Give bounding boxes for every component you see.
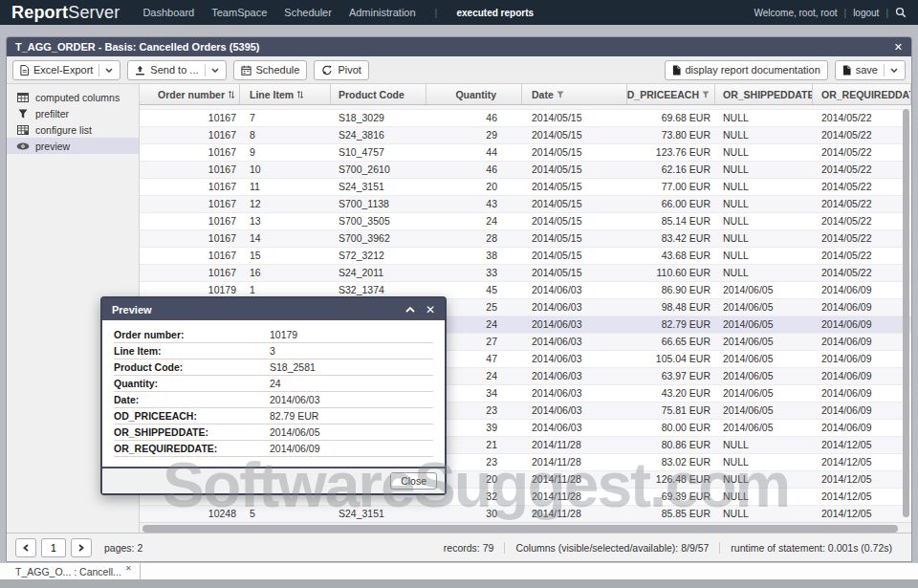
- table-row[interactable]: 10167 12 S700_1138 43 2014/05/15 66.00 E…: [140, 196, 911, 213]
- preview-field-row: OD_PRICEEACH: 82.79 EUR: [114, 408, 433, 425]
- nav-item-dashboard[interactable]: Dashboard: [142, 7, 194, 18]
- preview-icon: [16, 142, 30, 150]
- cell-or-shippeddate: 2014/06/05: [715, 385, 813, 402]
- next-page-button[interactable]: [71, 538, 92, 557]
- close-button[interactable]: Close: [390, 472, 437, 490]
- horizontal-scrollbar-thumb[interactable]: [142, 525, 898, 533]
- cell-product-code: S72_3212: [331, 248, 426, 264]
- sidebar-item-label: computed columns: [35, 92, 120, 103]
- nav-item-teamspace[interactable]: TeamSpace: [211, 7, 267, 18]
- search-icon[interactable]: [895, 7, 907, 18]
- column-header-or-shippeddate[interactable]: OR_SHIPPEDDATE: [715, 84, 813, 104]
- sort-icon[interactable]: [296, 90, 304, 99]
- preview-dialog-header[interactable]: Preview ✕: [102, 298, 445, 320]
- display-doc-label: display report documentation: [686, 64, 820, 76]
- filter-icon[interactable]: [557, 91, 564, 98]
- column-header-product-code[interactable]: Product Code: [331, 84, 426, 104]
- table-row[interactable]: 10167 8 S24_3816 29 2014/05/15 73.80 EUR…: [140, 127, 911, 144]
- column-header-order-number[interactable]: Order number: [140, 84, 240, 104]
- cell-order-number: 10167: [140, 265, 240, 281]
- sidebar-item-label: preview: [35, 141, 70, 152]
- cell-date: 2014/06/03: [522, 403, 627, 419]
- pivot-button[interactable]: Pivot: [314, 60, 368, 80]
- cell-od-priceeach: 110.60 EUR: [627, 265, 715, 281]
- cell-date: 2014/05/15: [522, 110, 627, 126]
- table-row[interactable]: 10167 13 S700_3505 24 2014/05/15 85.14 E…: [140, 213, 911, 230]
- cell-or-requireddate: 2014/12/05: [813, 454, 911, 470]
- cell-date: 2014/06/03: [522, 351, 627, 367]
- save-button[interactable]: save: [835, 60, 906, 80]
- preview-field-value: 24: [270, 378, 281, 389]
- preview-field-label: Line Item:: [114, 345, 270, 357]
- cell-order-number: 10167: [140, 110, 240, 126]
- logo-bold: Report: [11, 3, 68, 22]
- dialog-close-icon[interactable]: ✕: [426, 303, 435, 316]
- sidebar-item-preview[interactable]: preview: [7, 138, 139, 154]
- horizontal-scrollbar[interactable]: [140, 522, 911, 533]
- nav-item-administration[interactable]: Administration: [349, 7, 416, 18]
- cell-or-requireddate: 2014/05/22: [813, 213, 911, 229]
- table-header-row: Order number Line Item Product Code Quan…: [140, 84, 911, 105]
- cell-date: 2014/05/15: [522, 248, 627, 264]
- vertical-scrollbar-thumb[interactable]: [903, 109, 909, 517]
- table-row[interactable]: 10167 10 S700_2610 46 2014/05/15 62.16 E…: [140, 162, 911, 179]
- column-header-line-item[interactable]: Line Item: [240, 84, 331, 104]
- column-label: OR_SHIPPEDDATE: [723, 89, 813, 100]
- cell-or-requireddate: 2014/05/22: [813, 230, 911, 247]
- preview-field-label: Date:: [114, 394, 270, 405]
- column-header-od-priceeach[interactable]: OD_PRICEEACH: [627, 84, 715, 104]
- cell-order-number: 10167: [140, 213, 240, 229]
- previous-page-button[interactable]: [15, 538, 36, 557]
- page-number-input[interactable]: [41, 538, 66, 557]
- display-report-documentation-button[interactable]: display report documentation: [665, 60, 828, 80]
- cell-or-requireddate: 2014/12/05: [813, 437, 911, 453]
- cell-or-requireddate: 2014/06/09: [813, 299, 911, 316]
- preview-dialog-body: Order number: 10179 Line Item: 3 Product…: [102, 320, 445, 467]
- cell-or-shippeddate: NULL: [715, 265, 813, 281]
- collapse-chevron-up-icon[interactable]: [405, 307, 415, 313]
- app-logo[interactable]: ReportServer: [11, 3, 120, 23]
- table-row[interactable]: 10167 11 S24_3151 20 2014/05/15 77.00 EU…: [140, 179, 911, 196]
- cell-order-number: 10167: [140, 179, 240, 195]
- chevron-down-icon[interactable]: [890, 68, 898, 73]
- column-header-date[interactable]: Date: [522, 84, 627, 104]
- chevron-down-icon[interactable]: [105, 68, 113, 73]
- table-row[interactable]: 10167 7 S18_3029 46 2014/05/15 69.68 EUR…: [140, 110, 911, 127]
- filter-icon[interactable]: [702, 91, 710, 98]
- preview-field-row: Quantity: 24: [114, 376, 433, 392]
- cell-line-item: 15: [240, 248, 331, 264]
- cell-od-priceeach: 105.04 EUR: [627, 351, 715, 367]
- nav-item-scheduler[interactable]: Scheduler: [284, 7, 332, 18]
- sidebar-item-configure-list[interactable]: configure list: [7, 121, 139, 138]
- chevron-down-icon[interactable]: [211, 68, 219, 73]
- cell-or-shippeddate: 2014/06/05: [715, 420, 813, 436]
- cell-quantity: 30: [426, 506, 522, 522]
- table-row[interactable]: 10167 16 S24_2011 33 2014/05/15 110.60 E…: [140, 265, 911, 282]
- cell-od-priceeach: 80.86 EUR: [627, 437, 715, 453]
- vertical-scrollbar[interactable]: [903, 107, 910, 519]
- schedule-button[interactable]: Schedule: [233, 60, 308, 80]
- excel-export-button[interactable]: Excel-Export: [12, 60, 120, 80]
- preview-field-row: OR_REQUIREDDATE: 2014/06/09: [114, 441, 433, 457]
- report-tab[interactable]: T_AGG_O... : Cancell... ✕: [8, 563, 141, 580]
- table-row[interactable]: 10248 5 S24_3151 30 2014/11/28 85.85 EUR…: [140, 506, 911, 522]
- sidebar-item-computed-columns[interactable]: computed columns: [7, 89, 139, 105]
- table-row[interactable]: 10167 9 S10_4757 44 2014/05/15 123.76 EU…: [140, 144, 911, 162]
- close-report-icon[interactable]: ✕: [894, 41, 903, 54]
- column-header-or-requireddate[interactable]: OR_REQUIREDDATE: [813, 84, 911, 104]
- runtime-info: runtime of statement: 0.001s (0.72s): [719, 542, 903, 554]
- tab-close-icon[interactable]: ✕: [125, 564, 132, 573]
- sidebar-item-prefilter[interactable]: prefilter: [7, 105, 139, 121]
- send-to-button[interactable]: Send to ...: [127, 60, 226, 80]
- table-row[interactable]: 10167 14 S700_3962 28 2014/05/15 83.42 E…: [140, 230, 911, 248]
- sidebar-item-label: configure list: [35, 124, 92, 136]
- table-row[interactable]: 10167 15 S72_3212 38 2014/05/15 43.68 EU…: [140, 248, 911, 265]
- cell-date: 2014/05/15: [522, 265, 627, 281]
- nav-item-executed-reports[interactable]: executed reports: [456, 8, 534, 18]
- column-header-quantity[interactable]: Quantity: [426, 84, 522, 104]
- cell-or-shippeddate: NULL: [715, 144, 813, 161]
- sort-icon[interactable]: [228, 90, 235, 99]
- sidebar-item-label: prefilter: [35, 108, 69, 120]
- logout-link[interactable]: logout: [853, 8, 879, 18]
- cell-order-number: 10167: [140, 162, 240, 178]
